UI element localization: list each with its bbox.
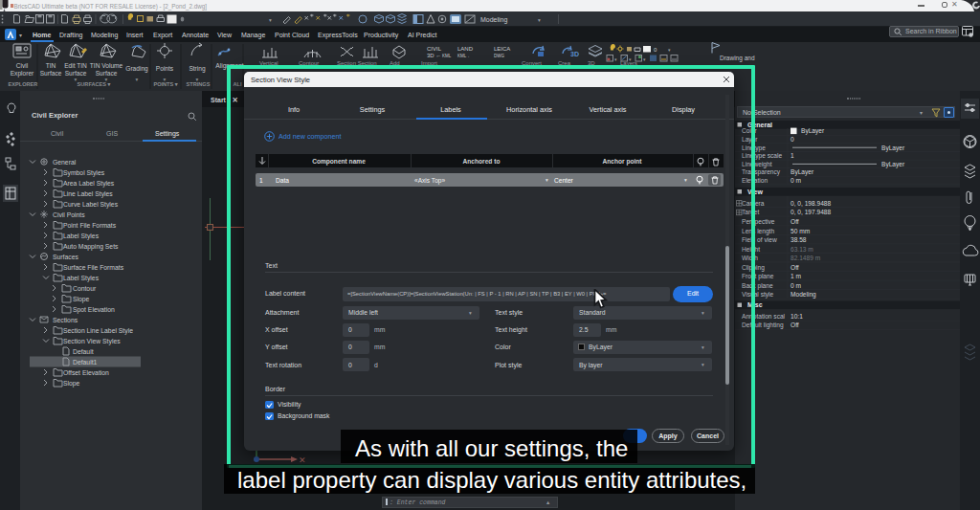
svg-text:Slope: Slope	[73, 296, 90, 303]
svg-text:LEICA: LEICA	[494, 46, 510, 52]
svg-text:TIN Volume: TIN Volume	[90, 62, 123, 69]
svg-text:Section View Styles: Section View Styles	[63, 338, 121, 345]
svg-text:Spot Elevation: Spot Elevation	[73, 306, 115, 314]
svg-text:Points: Points	[156, 65, 174, 72]
svg-text:0, 0, 198.9488: 0, 0, 198.9488	[791, 200, 831, 207]
svg-text:Curve Label Styles: Curve Label Styles	[63, 201, 119, 209]
svg-text:KML: KML	[442, 54, 452, 58]
svg-text:0 m: 0 m	[791, 282, 801, 289]
svg-text:Symbol Styles: Symbol Styles	[63, 169, 105, 177]
svg-text:ByLayer: ByLayer	[801, 127, 825, 135]
svg-text:DWG: DWG	[494, 54, 504, 58]
svg-text:0, 0, 197.9488: 0, 0, 197.9488	[791, 209, 831, 215]
svg-text:Surface: Surface	[65, 70, 87, 77]
svg-text:Grading: Grading	[125, 65, 148, 73]
svg-text:Off: Off	[791, 218, 799, 225]
svg-text:▾: ▾	[269, 17, 272, 23]
svg-text:▾: ▾	[75, 77, 78, 82]
svg-text:38.58: 38.58	[791, 236, 807, 243]
svg-text:Slope: Slope	[63, 380, 80, 388]
svg-text:Civil Points: Civil Points	[53, 211, 85, 218]
svg-text:Contour: Contour	[73, 285, 97, 292]
svg-text:ByLayer: ByLayer	[881, 161, 905, 168]
svg-text:▾: ▾	[614, 56, 617, 62]
svg-text:Line Label Styles: Line Label Styles	[63, 190, 113, 198]
svg-text:Section Line Label Style: Section Line Label Style	[63, 327, 133, 335]
svg-text:LAND: LAND	[457, 46, 474, 52]
svg-text:0: 0	[791, 136, 794, 143]
svg-text:Surface: Surface	[96, 70, 118, 77]
svg-text:Auto Mapping Sets: Auto Mapping Sets	[63, 243, 119, 251]
svg-text:ByLayer: ByLayer	[881, 144, 905, 152]
svg-text:Civil: Civil	[16, 62, 29, 69]
svg-text:EXPLORER: EXPLORER	[9, 81, 38, 87]
svg-text:63.13 m: 63.13 m	[791, 246, 813, 253]
svg-text:CIVIL: CIVIL	[427, 46, 442, 52]
svg-text:3D ←: 3D ←	[427, 53, 441, 58]
svg-text:Off: Off	[791, 322, 799, 328]
svg-text:Edit TIN: Edit TIN	[64, 62, 87, 69]
svg-text:▾: ▾	[538, 17, 541, 23]
svg-text:3D: 3D	[570, 51, 579, 57]
svg-text:Area Label Styles: Area Label Styles	[63, 180, 115, 188]
svg-text:TIN: TIN	[46, 62, 56, 69]
svg-text:ByLayer: ByLayer	[791, 168, 814, 176]
svg-text:Explorer: Explorer	[11, 70, 34, 78]
svg-text:String: String	[189, 65, 206, 73]
svg-text:Default: Default	[73, 348, 94, 355]
svg-text:▾: ▾	[196, 77, 199, 82]
svg-text:Surface: Surface	[40, 70, 62, 77]
svg-text:Sections: Sections	[53, 317, 78, 323]
svg-text:Label Styles: Label Styles	[63, 275, 100, 282]
svg-text:General: General	[53, 159, 77, 166]
svg-text:0: 0	[654, 47, 657, 53]
svg-text:Surfaces: Surfaces	[53, 254, 78, 260]
svg-text:Off: Off	[791, 264, 799, 271]
svg-text:0 m: 0 m	[791, 177, 801, 184]
svg-text:▾: ▾	[668, 47, 671, 53]
svg-text:▾: ▾	[136, 77, 139, 82]
svg-text:Label Styles: Label Styles	[63, 233, 100, 240]
svg-text:Default1: Default1	[73, 359, 98, 366]
svg-text:1: 1	[791, 152, 794, 159]
svg-text:1 m: 1 m	[791, 273, 801, 279]
svg-text:KML ←: KML ←	[457, 54, 472, 58]
svg-text:82.1489 m: 82.1489 m	[791, 255, 821, 261]
svg-text:Modeling: Modeling	[480, 16, 508, 24]
svg-text:50 mm: 50 mm	[791, 228, 811, 234]
svg-text:Drawing and: Drawing and	[720, 55, 755, 62]
svg-text:▾: ▾	[164, 77, 167, 82]
svg-text:▾: ▾	[643, 56, 646, 62]
svg-text:Offset Elevation: Offset Elevation	[63, 369, 109, 376]
svg-text:▾: ▾	[105, 77, 108, 82]
svg-text:Modeling: Modeling	[791, 291, 816, 299]
svg-text:10:1: 10:1	[791, 313, 803, 320]
svg-text:Point File Formats: Point File Formats	[63, 222, 117, 229]
svg-text:Surface File Formats: Surface File Formats	[63, 264, 124, 271]
